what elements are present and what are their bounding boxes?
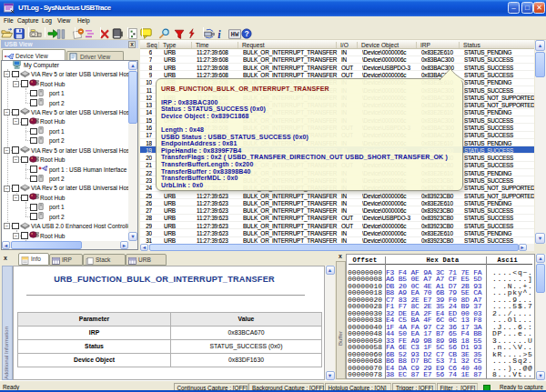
svg-text:i: i (217, 28, 221, 39)
svg-text:HW: HW (230, 31, 239, 38)
svg-text:?: ? (244, 29, 248, 38)
